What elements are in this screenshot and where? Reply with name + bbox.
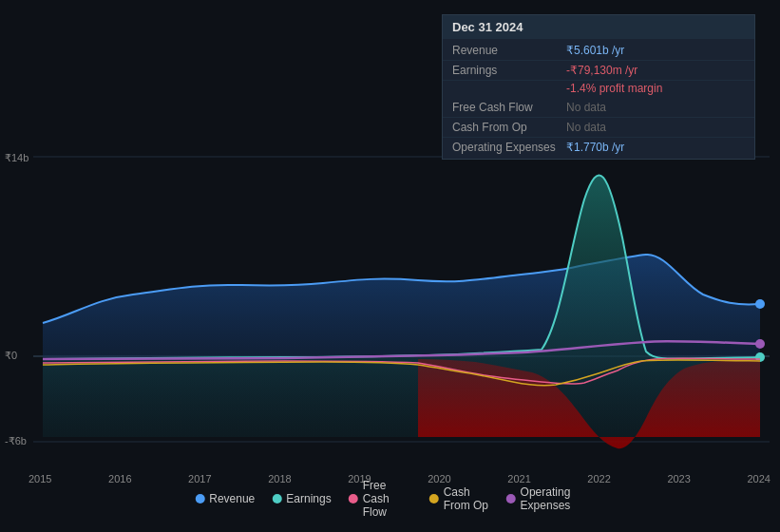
legend-revenue[interactable]: Revenue	[195, 492, 255, 505]
info-sub-row-earnings: -1.4% profit margin	[443, 81, 754, 98]
legend-opex[interactable]: Operating Expenses	[506, 485, 585, 512]
value-earnings: -₹79,130m /yr	[566, 64, 637, 77]
x-label-2024: 2024	[747, 473, 770, 484]
info-panel: Dec 31 2024 Revenue ₹5.601b /yr Earnings…	[442, 14, 755, 160]
x-label-2015: 2015	[29, 473, 51, 484]
label-opex: Operating Expenses	[452, 141, 566, 154]
legend-cfo[interactable]: Cash From Op	[429, 485, 489, 512]
value-opex: ₹1.770b /yr	[566, 141, 624, 154]
legend-fcf[interactable]: Free Cash Flow	[349, 479, 412, 519]
info-row-cfo: Cash From Op No data	[443, 118, 754, 138]
y-label-0: ₹0	[5, 350, 17, 362]
info-row-earnings: Earnings -₹79,130m /yr	[443, 61, 754, 81]
label-earnings: Earnings	[452, 64, 566, 77]
value-cfo: No data	[566, 121, 606, 134]
info-row-fcf: Free Cash Flow No data	[443, 98, 754, 118]
info-panel-date: Dec 31 2024	[443, 15, 754, 39]
label-fcf: Free Cash Flow	[452, 101, 566, 114]
legend-earnings[interactable]: Earnings	[272, 492, 331, 505]
value-earnings-margin: -1.4% profit margin	[566, 82, 662, 95]
legend-label-fcf: Free Cash Flow	[363, 479, 412, 519]
value-fcf: No data	[566, 101, 606, 114]
y-label-14b: ₹14b	[5, 152, 29, 164]
svg-point-5	[755, 339, 765, 349]
legend-label-revenue: Revenue	[209, 492, 255, 505]
x-label-2023: 2023	[667, 473, 690, 484]
info-row-opex: Operating Expenses ₹1.770b /yr	[443, 138, 754, 157]
label-revenue: Revenue	[452, 44, 566, 57]
svg-point-3	[755, 299, 765, 309]
legend-dot-cfo	[429, 494, 439, 504]
legend-dot-revenue	[195, 494, 204, 504]
legend-dot-earnings	[272, 494, 281, 504]
x-label-2022: 2022	[587, 473, 610, 484]
info-panel-body: Revenue ₹5.601b /yr Earnings -₹79,130m /…	[443, 39, 754, 159]
value-revenue: ₹5.601b /yr	[566, 44, 624, 57]
legend-label-cfo: Cash From Op	[444, 485, 489, 512]
x-label-2016: 2016	[108, 473, 131, 484]
label-cfo: Cash From Op	[452, 121, 566, 134]
y-label-neg6b: -₹6b	[5, 435, 27, 447]
chart-legend: Revenue Earnings Free Cash Flow Cash Fro…	[195, 479, 585, 519]
legend-dot-opex	[506, 494, 516, 504]
legend-dot-fcf	[349, 494, 358, 504]
info-row-revenue: Revenue ₹5.601b /yr	[443, 41, 754, 61]
legend-label-earnings: Earnings	[286, 492, 331, 505]
legend-label-opex: Operating Expenses	[521, 485, 585, 512]
